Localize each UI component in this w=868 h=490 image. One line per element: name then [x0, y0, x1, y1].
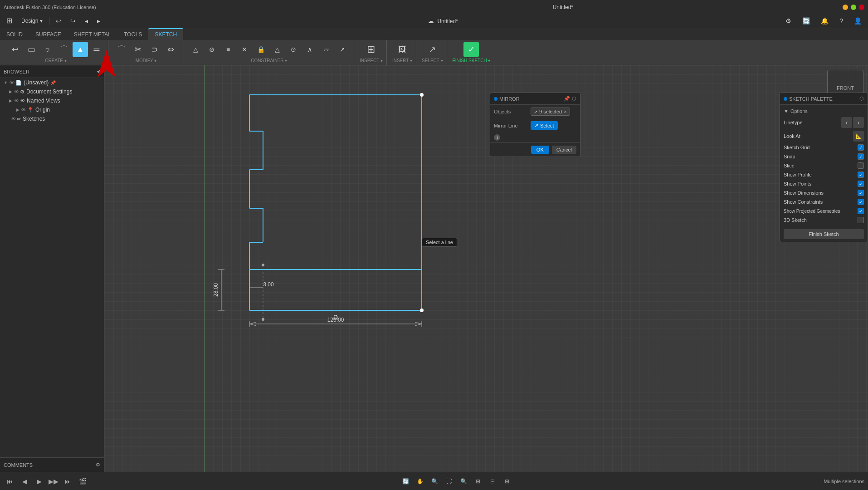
fit-btn[interactable]: ⛶ [443, 475, 455, 488]
tool-mirror[interactable]: ⇔ [163, 42, 178, 57]
info-icon[interactable]: ℹ [494, 134, 500, 141]
maximize-btn[interactable] [851, 5, 856, 10]
dimensions-checkbox[interactable]: ✓ [858, 190, 864, 196]
orbit-btn[interactable]: 🔄 [399, 475, 412, 488]
play-next-btn[interactable]: ▶▶ [47, 475, 60, 488]
sidebar-collapse-btn[interactable]: ◀ [97, 69, 100, 74]
finish-sketch-btn[interactable]: ✓ [463, 42, 479, 57]
animation-settings-btn[interactable]: 🎬 [76, 475, 89, 488]
toolbar-undo[interactable]: ↩ [51, 15, 66, 26]
view-modes-btn[interactable]: ⊞ [472, 475, 484, 488]
slice-checkbox[interactable] [858, 162, 864, 169]
points-checkbox[interactable]: ✓ [858, 181, 864, 187]
tool-inspect[interactable]: ⊞ [363, 42, 379, 57]
palette-constraints-row[interactable]: Show Constraints ✓ [780, 197, 868, 206]
toolbar-redo[interactable]: ↪ [66, 15, 80, 26]
play-prev-btn[interactable]: ◀ [18, 475, 31, 488]
comments-settings-icon[interactable]: ⚙ [96, 462, 100, 468]
mirror-dialog-expand[interactable]: ⬡ [572, 96, 576, 102]
eye-icon-origin: 👁 [21, 107, 26, 113]
palette-profile-row[interactable]: Show Profile ✓ [780, 170, 868, 179]
tool-fillet[interactable]: ⌒ [114, 42, 129, 57]
settings-icon[interactable]: ⚙ [781, 15, 796, 26]
palette-3dsketch-row[interactable]: 3D Sketch [780, 216, 868, 225]
tree-item-sketches[interactable]: 👁 ✏ Sketches [0, 114, 104, 123]
tool-construction[interactable]: ═ [89, 42, 104, 57]
tree-item-root[interactable]: ▼ 👁 📄 (Unsaved) 📌 [0, 78, 104, 87]
minimize-btn[interactable] [843, 5, 848, 10]
palette-expand[interactable]: ⬡ [859, 96, 864, 102]
grid-checkbox[interactable]: ✓ [858, 144, 864, 151]
mirror-select-btn[interactable]: ↗ Select [531, 121, 558, 130]
play-start-btn[interactable]: ⏮ [4, 475, 16, 488]
constraints-checkbox[interactable]: ✓ [858, 199, 864, 205]
menu-grid[interactable]: ⊞ [2, 15, 17, 27]
palette-slice-row[interactable]: Slice [780, 161, 868, 170]
palette-snap-row[interactable]: Snap ✓ [780, 152, 868, 161]
finish-sketch-palette-btn[interactable]: Finish Sketch [784, 229, 864, 239]
grid-settings-btn[interactable]: ⊞ [501, 475, 513, 488]
tab-solid[interactable]: SOLID [0, 29, 29, 40]
tab-sketch[interactable]: SKETCH [148, 28, 183, 40]
tool-insert[interactable]: 🖼 [395, 42, 410, 57]
projected-checkbox[interactable]: ✓ [858, 208, 864, 214]
user-icon[interactable]: 👤 [849, 15, 866, 26]
palette-grid-row[interactable]: Sketch Grid ✓ [780, 143, 868, 152]
notifications-icon[interactable]: 🔔 [816, 15, 833, 26]
constraint-horizontal-vert[interactable]: ▱ [318, 42, 334, 57]
tool-rectangle[interactable]: ▭ [24, 42, 39, 57]
mirror-point-2 [262, 318, 264, 321]
window-title: Untitled* [283, 4, 843, 10]
linetype-prev-btn[interactable]: ‹ [841, 117, 852, 128]
tool-trim[interactable]: ✂ [130, 42, 146, 57]
play-end-btn[interactable]: ⏭ [62, 475, 74, 488]
lookat-btn[interactable]: 📐 [853, 131, 864, 142]
zoom-in-btn[interactable]: 🔍 [457, 475, 470, 488]
constraint-equal[interactable]: △ [269, 42, 285, 57]
3dsketch-checkbox[interactable] [858, 217, 864, 223]
display-settings-btn[interactable]: ⊟ [486, 475, 499, 488]
zoom-btn[interactable]: 🔍 [428, 475, 441, 488]
palette-points-row[interactable]: Show Points ✓ [780, 179, 868, 188]
close-btn[interactable] [859, 5, 864, 10]
constraint-collinear[interactable]: ⊘ [204, 42, 219, 57]
snap-checkbox[interactable]: ✓ [858, 153, 864, 160]
constraint-lock[interactable]: 🔒 [253, 42, 268, 57]
constraint-coincident[interactable]: △ [188, 42, 203, 57]
tree-item-origin[interactable]: ▶ 👁 📍 Origin [0, 105, 104, 114]
profile-checkbox[interactable]: ✓ [858, 172, 864, 178]
tab-sheet-metal[interactable]: SHEET METAL [68, 29, 117, 40]
tool-arc[interactable]: ⌒ [56, 42, 72, 57]
menu-design[interactable]: Design ▾ [17, 16, 47, 26]
constraint-tangent[interactable]: ∧ [302, 42, 317, 57]
browser-title: BROWSER [4, 69, 29, 74]
tool-line[interactable]: ↩ [7, 42, 23, 57]
play-btn[interactable]: ▶ [33, 475, 45, 488]
tree-item-named-views[interactable]: ▶ 👁 👁 Named Views [0, 96, 104, 105]
tool-circle[interactable]: ○ [40, 42, 55, 57]
tool-offset[interactable]: ⊃ [146, 42, 162, 57]
mirror-ok-btn[interactable]: OK [531, 146, 549, 154]
toolbar-back[interactable]: ◂ [80, 15, 93, 26]
tool-active[interactable]: ▲ [73, 42, 88, 57]
pan-btn[interactable]: ✋ [414, 475, 426, 488]
mirror-dialog-pin[interactable]: 📌 [564, 96, 570, 102]
constraint-perpendicular[interactable]: ✕ [237, 42, 252, 57]
help-icon[interactable]: ? [835, 15, 848, 26]
palette-dimensions-row[interactable]: Show Dimensions ✓ [780, 188, 868, 197]
sync-icon[interactable]: 🔄 [798, 15, 814, 26]
tab-surface[interactable]: SURFACE [29, 29, 68, 40]
objects-clear-btn[interactable]: × [564, 109, 566, 114]
objects-count-icon: ↗ [534, 109, 537, 114]
toolbar-forward[interactable]: ▸ [93, 15, 105, 26]
constraint-parallel[interactable]: ≡ [220, 42, 236, 57]
linetype-next-btn[interactable]: › [853, 117, 864, 128]
tab-tools[interactable]: TOOLS [117, 29, 148, 40]
tree-item-doc-settings[interactable]: ▶ 👁 ⚙ Document Settings [0, 87, 104, 96]
palette-projected-row[interactable]: Show Projected Geometries ✓ [780, 206, 868, 216]
comments-bar[interactable]: COMMENTS ⚙ [0, 457, 104, 472]
constraint-concentric[interactable]: ⊙ [286, 42, 301, 57]
constraint-fix[interactable]: ↗ [335, 42, 350, 57]
tool-select[interactable]: ↗ [424, 42, 440, 57]
mirror-cancel-btn[interactable]: Cancel [552, 146, 576, 154]
